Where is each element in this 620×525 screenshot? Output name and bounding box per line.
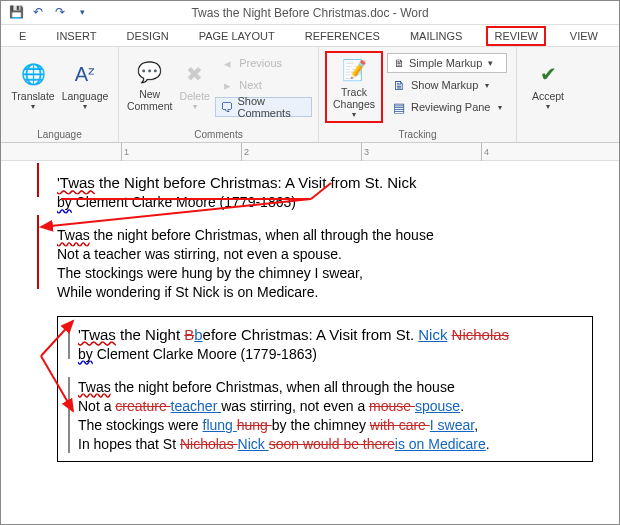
tab-file[interactable]: E bbox=[13, 28, 32, 44]
poem-line: Not a teacher was stirring, not even a s… bbox=[57, 245, 599, 264]
show-markup-icon: 🗎 bbox=[391, 77, 407, 93]
group-label-language: Language bbox=[7, 129, 112, 140]
chevron-down-icon: ▾ bbox=[31, 102, 35, 111]
show-markup-button[interactable]: 🗎Show Markup▾ bbox=[387, 75, 507, 95]
markup-mode-label: Simple Markup bbox=[409, 57, 482, 69]
accept-label: Accept bbox=[532, 90, 564, 102]
markup-mode-icon: 🗎 bbox=[394, 57, 405, 69]
language-label: Language bbox=[62, 90, 109, 102]
change-bar[interactable] bbox=[68, 325, 70, 359]
chevron-down-icon: ▾ bbox=[488, 58, 493, 68]
translate-label: Translate bbox=[11, 90, 54, 102]
chevron-down-icon: ▾ bbox=[352, 110, 356, 119]
group-label-tracking: Tracking bbox=[325, 129, 510, 140]
new-comment-button[interactable]: 💬 New Comment bbox=[125, 51, 174, 119]
document-area: 1 2 3 4 'Twas the Night before Christmas… bbox=[1, 143, 619, 524]
poem-line: Twas the night before Christmas, when al… bbox=[78, 378, 584, 397]
delete-comment-icon: ✖ bbox=[181, 60, 209, 88]
byline-allmarkup: by Clement Clarke Moore (1779-1863) bbox=[78, 345, 584, 364]
poem-line: Not a creature teacher was stirring, not… bbox=[78, 397, 584, 416]
chevron-down-icon: ▾ bbox=[485, 81, 489, 90]
ruler-tick: 3 bbox=[361, 143, 369, 161]
chevron-down-icon: ▾ bbox=[83, 102, 87, 111]
poem-line: In hopes that St Nicholas Nick soon woul… bbox=[78, 435, 584, 454]
chevron-down-icon: ▾ bbox=[193, 102, 197, 111]
byline: by Clement Clarke Moore (1779-1863) bbox=[57, 193, 599, 212]
group-comments: 💬 New Comment ✖ Delete ▾ ◂Previous ▸Next… bbox=[119, 47, 319, 142]
language-icon: Aᶻ bbox=[71, 60, 99, 88]
tab-review[interactable]: REVIEW bbox=[486, 26, 545, 46]
ruler: 1 2 3 4 bbox=[1, 143, 619, 161]
tab-mailings[interactable]: MAILINGS bbox=[404, 28, 469, 44]
track-changes-icon: 📝 bbox=[340, 56, 368, 84]
delete-comment-button: ✖ Delete ▾ bbox=[174, 51, 215, 119]
poem-line: The stockings were flung hung by the chi… bbox=[78, 416, 584, 435]
poem-line: While wondering if St Nick is on Medicar… bbox=[57, 283, 599, 302]
reviewing-pane-icon: ▤ bbox=[391, 99, 407, 115]
translate-icon: 🌐 bbox=[19, 60, 47, 88]
previous-comment-button: ◂Previous bbox=[215, 53, 312, 73]
accept-button[interactable]: ✔ Accept ▾ bbox=[523, 51, 573, 119]
redo-icon[interactable]: ↷ bbox=[51, 3, 69, 21]
tab-page-layout[interactable]: PAGE LAYOUT bbox=[193, 28, 281, 44]
title-bar: 💾 ↶ ↷ ▾ Twas the Night Before Christmas.… bbox=[1, 1, 619, 25]
all-markup-inset: 'Twas the Night Bbefore Christmas: A Vis… bbox=[57, 316, 593, 463]
show-comments-button[interactable]: 🗨Show Comments bbox=[215, 97, 312, 117]
delete-comment-label: Delete bbox=[180, 90, 210, 102]
ribbon-tabs: E INSERT DESIGN PAGE LAYOUT REFERENCES M… bbox=[1, 25, 619, 47]
qat-customize-icon[interactable]: ▾ bbox=[73, 3, 91, 21]
accept-icon: ✔ bbox=[534, 60, 562, 88]
track-changes-label: Track Changes bbox=[333, 86, 375, 110]
next-icon: ▸ bbox=[219, 77, 235, 93]
track-changes-button[interactable]: 📝 Track Changes ▾ bbox=[325, 51, 383, 123]
group-language: 🌐 Translate ▾ Aᶻ Language ▾ Language bbox=[1, 47, 119, 142]
poem-line: Twas the night before Christmas, when al… bbox=[57, 226, 599, 245]
ribbon: 🌐 Translate ▾ Aᶻ Language ▾ Language 💬 N… bbox=[1, 47, 619, 143]
markup-mode-select[interactable]: 🗎 Simple Markup ▾ bbox=[387, 53, 507, 73]
change-bar[interactable] bbox=[37, 163, 39, 197]
quick-access-toolbar: 💾 ↶ ↷ ▾ bbox=[7, 3, 91, 21]
document-title-allmarkup: 'Twas the Night Bbefore Christmas: A Vis… bbox=[78, 325, 584, 345]
save-icon[interactable]: 💾 bbox=[7, 3, 25, 21]
tab-design[interactable]: DESIGN bbox=[120, 28, 174, 44]
tab-insert[interactable]: INSERT bbox=[50, 28, 102, 44]
new-comment-label: New Comment bbox=[127, 88, 173, 112]
tab-view[interactable]: VIEW bbox=[564, 28, 604, 44]
window-title: Twas the Night Before Christmas.doc - Wo… bbox=[191, 6, 428, 20]
reviewing-pane-button[interactable]: ▤Reviewing Pane▾ bbox=[387, 97, 507, 117]
next-comment-button: ▸Next bbox=[215, 75, 312, 95]
previous-icon: ◂ bbox=[219, 55, 235, 71]
tab-references[interactable]: REFERENCES bbox=[299, 28, 386, 44]
change-bar[interactable] bbox=[68, 377, 70, 453]
ruler-tick: 1 bbox=[121, 143, 129, 161]
document-title: 'Twas the Night before Christmas: A Visi… bbox=[57, 173, 599, 193]
translate-button[interactable]: 🌐 Translate ▾ bbox=[7, 51, 59, 119]
chevron-down-icon: ▾ bbox=[498, 103, 502, 112]
ruler-tick: 4 bbox=[481, 143, 489, 161]
group-tracking: 📝 Track Changes ▾ 🗎 Simple Markup ▾ 🗎Sho… bbox=[319, 47, 517, 142]
group-label-comments: Comments bbox=[125, 129, 312, 140]
undo-icon[interactable]: ↶ bbox=[29, 3, 47, 21]
ruler-tick: 2 bbox=[241, 143, 249, 161]
change-bar[interactable] bbox=[37, 215, 39, 289]
language-button[interactable]: Aᶻ Language ▾ bbox=[59, 51, 111, 119]
show-comments-icon: 🗨 bbox=[220, 99, 233, 115]
chevron-down-icon: ▾ bbox=[546, 102, 550, 111]
poem-line: The stockings were hung by the chimney I… bbox=[57, 264, 599, 283]
new-comment-icon: 💬 bbox=[136, 58, 164, 86]
group-changes: ✔ Accept ▾ bbox=[517, 47, 577, 142]
page[interactable]: 'Twas the Night before Christmas: A Visi… bbox=[1, 161, 619, 474]
